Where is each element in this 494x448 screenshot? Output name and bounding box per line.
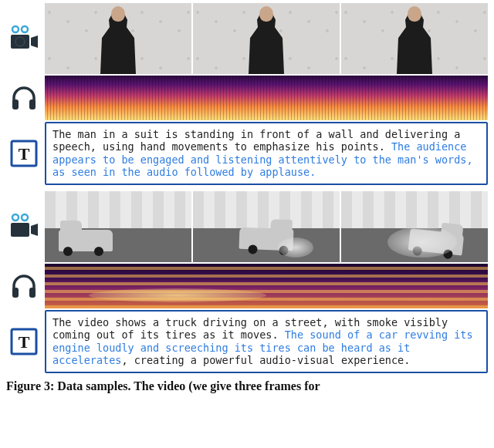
video-frame xyxy=(45,191,191,262)
audio-icon-col xyxy=(6,264,42,308)
video-frames-row xyxy=(6,191,488,262)
svg-point-1 xyxy=(22,26,28,32)
text-box-icon: T xyxy=(9,327,39,356)
spectrogram-image xyxy=(45,76,488,120)
video-camera-icon xyxy=(8,213,39,241)
svg-rect-12 xyxy=(29,288,36,298)
figure-caption: Figure 3: Data samples. The video (we gi… xyxy=(6,379,488,393)
headphones-icon xyxy=(9,272,39,300)
svg-point-9 xyxy=(22,214,28,221)
svg-rect-10 xyxy=(11,223,29,237)
caption-content: The man in a suit is standing in front o… xyxy=(45,122,488,185)
video-frame xyxy=(341,3,488,74)
audio-spectrogram xyxy=(45,76,488,120)
data-sample: T The video shows a truck driving on a s… xyxy=(6,191,488,373)
svg-text:T: T xyxy=(19,332,30,352)
video-icon-col xyxy=(6,3,42,74)
video-camera-icon xyxy=(8,25,39,52)
caption-tail-text: , creating a powerful audio-visual exper… xyxy=(121,354,410,366)
svg-point-8 xyxy=(12,214,19,221)
text-icon-col: T xyxy=(6,310,42,373)
audio-spectrogram-row xyxy=(6,264,488,308)
caption-content: The video shows a truck driving on a str… xyxy=(45,310,488,373)
caption-box: The man in a suit is standing in front o… xyxy=(45,122,488,185)
svg-point-3 xyxy=(15,37,25,46)
text-caption-row: T The man in a suit is standing in front… xyxy=(6,122,488,185)
data-sample: T The man in a suit is standing in front… xyxy=(6,3,488,185)
video-frame xyxy=(193,191,340,262)
spectrogram-image xyxy=(45,264,488,308)
text-icon-col: T xyxy=(6,122,42,185)
svg-point-0 xyxy=(12,26,19,32)
video-frames xyxy=(45,3,488,74)
video-frame xyxy=(45,3,191,74)
text-caption-row: T The video shows a truck driving on a s… xyxy=(6,310,488,373)
text-box-icon: T xyxy=(9,139,39,168)
svg-rect-11 xyxy=(12,288,19,298)
headphones-icon xyxy=(9,84,39,112)
audio-spectrogram xyxy=(45,264,488,308)
svg-rect-5 xyxy=(29,99,36,109)
svg-rect-4 xyxy=(12,99,19,109)
video-icon-col xyxy=(6,191,42,262)
audio-icon-col xyxy=(6,76,42,120)
video-frame xyxy=(341,191,488,262)
svg-text:T: T xyxy=(19,144,30,163)
audio-spectrogram-row xyxy=(6,76,488,120)
caption-box: The video shows a truck driving on a str… xyxy=(45,310,488,373)
video-frames xyxy=(45,191,488,262)
video-frames-row xyxy=(6,3,488,74)
video-frame xyxy=(193,3,340,74)
